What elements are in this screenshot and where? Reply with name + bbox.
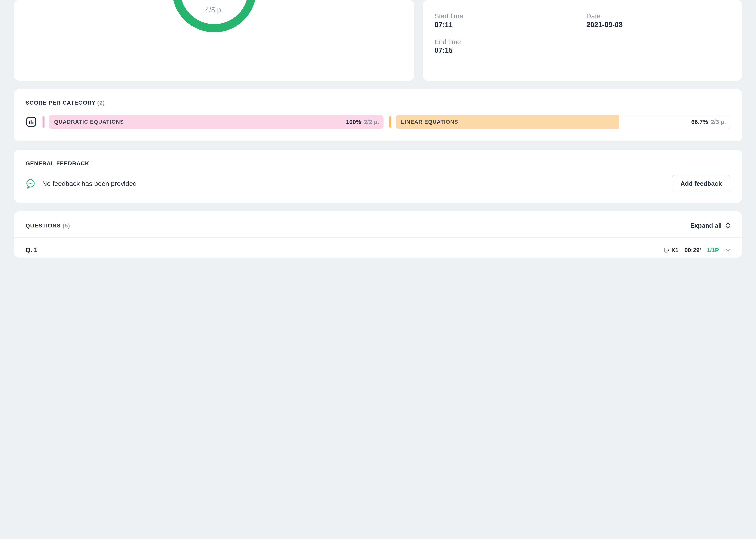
svg-point-6 xyxy=(32,183,33,184)
category-item: QUADRATIC EQUATIONS 100% 2/2 p. xyxy=(42,115,383,129)
categories-card: SCORE PER CATEGORY (2) QUADRATIC EQUATIO… xyxy=(14,89,742,141)
expand-all-label: Expand all xyxy=(690,222,722,229)
date-value: 2021-09-08 xyxy=(586,21,730,29)
expand-collapse-icon xyxy=(725,222,730,229)
time-meta-card: Start time 07:11 End time 07:15 Date 202… xyxy=(423,0,742,81)
questions-card: QUESTIONS (5) Expand all Q. 1 X1 00:29' xyxy=(14,211,742,258)
questions-title-text: QUESTIONS xyxy=(26,222,61,229)
category-color-mark xyxy=(389,116,391,128)
feedback-card: GENERAL FEEDBACK No feedback has been pr… xyxy=(14,150,742,203)
categories-title-text: SCORE PER CATEGORY xyxy=(26,100,96,106)
question-attempts: X1 xyxy=(663,247,679,254)
date-label: Date xyxy=(586,12,730,20)
question-time: 00:29' xyxy=(684,247,701,254)
questions-count: (5) xyxy=(63,222,70,229)
end-time-label: End time xyxy=(435,38,579,46)
chevron-down-icon[interactable] xyxy=(725,247,730,253)
question-points: 1/1P xyxy=(707,247,719,254)
end-time-value: 07:15 xyxy=(435,46,579,54)
category-percent: 66.7% xyxy=(691,118,711,125)
category-name: QUADRATIC EQUATIONS xyxy=(49,119,346,125)
category-name: LINEAR EQUATIONS xyxy=(396,119,691,125)
category-points: 2/2 p. xyxy=(364,118,383,125)
question-row[interactable]: Q. 1 X1 00:29' 1/1P xyxy=(14,238,742,258)
question-attempts-value: X1 xyxy=(671,247,679,254)
category-color-mark xyxy=(42,116,44,128)
score-donut-label: 4/5 p. xyxy=(205,6,223,14)
start-time-label: Start time xyxy=(435,12,579,20)
categories-count: (2) xyxy=(97,100,105,106)
score-donut-chart xyxy=(169,0,259,36)
expand-all-button[interactable]: Expand all xyxy=(690,222,730,229)
category-item: LINEAR EQUATIONS 66.7% 2/3 p. xyxy=(389,115,730,129)
categories-title: SCORE PER CATEGORY (2) xyxy=(26,100,730,106)
score-donut-card: 4/5 p. xyxy=(14,0,414,81)
chat-bubble-icon xyxy=(26,179,35,189)
category-points: 2/3 p. xyxy=(711,118,730,125)
bar-chart-icon xyxy=(26,116,36,127)
category-bar: LINEAR EQUATIONS 66.7% 2/3 p. xyxy=(396,115,730,129)
questions-title: QUESTIONS (5) xyxy=(26,222,70,229)
category-bar: QUADRATIC EQUATIONS 100% 2/2 p. xyxy=(49,115,383,129)
question-label: Q. 1 xyxy=(26,246,659,254)
feedback-text: No feedback has been provided xyxy=(42,180,665,188)
svg-point-5 xyxy=(30,183,31,184)
category-percent: 100% xyxy=(346,118,364,125)
start-time-value: 07:11 xyxy=(435,21,579,29)
svg-point-4 xyxy=(29,183,30,184)
feedback-title: GENERAL FEEDBACK xyxy=(26,160,730,167)
exit-arrow-icon xyxy=(663,247,670,253)
add-feedback-button[interactable]: Add feedback xyxy=(672,175,730,193)
